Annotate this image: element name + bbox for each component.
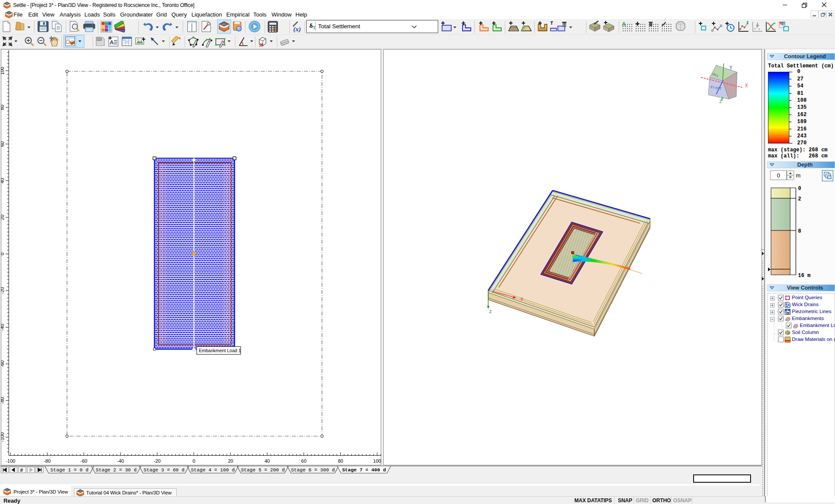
svg-text:Embankment Load 1: Embankment Load 1 [199,348,241,353]
svg-text:40: 40 [1,178,5,183]
svg-text:Stage 7 = 400 d: Stage 7 = 400 d [342,467,386,473]
svg-text:2: 2 [798,196,801,202]
svg-text:Stage 3 = 60 d: Stage 3 = 60 d [144,467,184,473]
svg-text:60: 60 [1,141,5,147]
svg-text:16 m: 16 m [798,273,811,279]
svg-text:X: X [745,83,748,89]
svg-text:Z: Z [719,99,722,104]
svg-text:Stage 4 = 100 d: Stage 4 = 100 d [191,467,235,473]
svg-text:Stage 6 = 300 d: Stage 6 = 300 d [291,467,335,473]
svg-text:Stage 2 = 30 d: Stage 2 = 30 d [96,467,137,473]
svg-text:Stage 1 = 0 d: Stage 1 = 0 d [50,467,88,473]
svg-text:20: 20 [228,458,233,464]
svg-text:Z: Z [489,309,492,314]
svg-text:80: 80 [1,105,5,110]
svg-text:0: 0 [798,186,801,192]
svg-text:-60: -60 [80,458,87,464]
svg-text:-40: -40 [1,324,5,331]
svg-text:8: 8 [798,228,801,234]
svg-text:100: 100 [1,67,5,75]
svg-text:-80: -80 [1,397,5,404]
svg-text:0: 0 [192,458,195,464]
svg-text:123: 123 [97,38,102,41]
svg-text:-20: -20 [1,287,5,294]
svg-text:20: 20 [1,215,5,220]
svg-text:A: A [622,21,626,27]
svg-text:-60: -60 [1,360,5,367]
svg-text:-40: -40 [117,458,124,464]
svg-text:80: 80 [338,458,343,464]
svg-text:A: A [110,39,114,46]
svg-text:Stage 5 = 200 d: Stage 5 = 200 d [241,467,285,473]
svg-text:0: 0 [1,253,5,255]
svg-text:@: @ [237,27,241,31]
svg-text:100: 100 [373,458,381,464]
svg-text:-100: -100 [6,458,15,464]
svg-text:40: 40 [265,458,270,464]
svg-text:-80: -80 [44,458,51,464]
svg-text:X: X [520,297,523,302]
svg-text:-100: -100 [1,432,5,442]
svg-text:(x): (x) [293,26,301,33]
svg-text:60: 60 [301,458,306,464]
svg-text:Y: Y [729,65,732,71]
svg-text:-20: -20 [154,458,161,464]
